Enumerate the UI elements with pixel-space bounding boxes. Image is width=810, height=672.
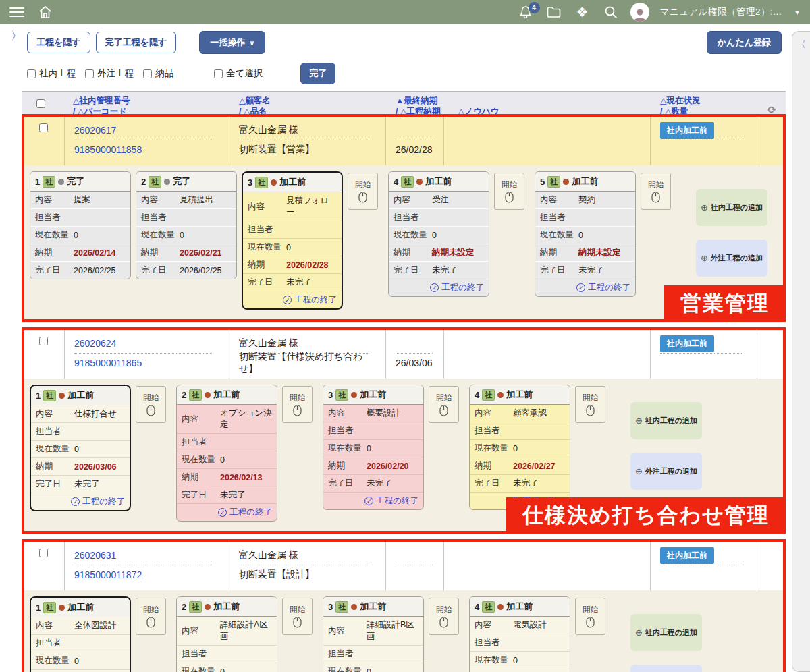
- filter-delivery[interactable]: 納品: [143, 67, 173, 80]
- content-row: 内容詳細設計A区画: [177, 617, 277, 645]
- sort-customer[interactable]: △顧客名: [239, 95, 386, 106]
- process-card[interactable]: 4 社 加工前 内容顧客承認 担当者 現在数量0 納期2026/02/27 完了…: [469, 385, 570, 510]
- status-dot-icon: [205, 604, 211, 610]
- process-card-active[interactable]: 1 社 加工前 内容全体図設計 担当者 現在数量0 納期納期未設定 完了日未完了…: [30, 596, 131, 672]
- field-label: 完了日: [475, 478, 513, 489]
- management-number-link[interactable]: 26020617: [74, 125, 116, 136]
- status-dot-icon: [497, 604, 504, 610]
- add-internal-process-button[interactable]: ⊕社内工程の追加: [630, 614, 702, 651]
- start-button[interactable]: 開始: [429, 386, 459, 423]
- done-row: 完了日2026/02/25: [30, 261, 130, 279]
- add-internal-process-button[interactable]: ⊕社内工程の追加: [630, 402, 702, 439]
- knowhow-cell: [444, 117, 651, 165]
- process-card[interactable]: 2 社 完了 内容見積提出 担当者 現在数量0 納期2026/02/21 完了日…: [136, 171, 237, 279]
- end-process-link[interactable]: 工程の終了: [230, 507, 272, 518]
- checkbox-internal-process[interactable]: [27, 69, 36, 78]
- header-checkbox[interactable]: [36, 99, 45, 108]
- due-value: 2026/02/20: [367, 461, 418, 471]
- barcode-link[interactable]: 9185000011858: [74, 144, 142, 155]
- start-button[interactable]: 開始: [575, 386, 605, 423]
- start-button[interactable]: 開始: [136, 386, 166, 423]
- due-row: 納期2026/02/21: [136, 244, 236, 261]
- process-card-active[interactable]: 3 社 加工前 内容見積フォロー 担当者 現在数量0 納期2026/02/28 …: [242, 171, 343, 310]
- filter-external-process[interactable]: 外注工程: [85, 67, 134, 80]
- knowhow-cell: [444, 542, 651, 590]
- process-number: 2: [182, 390, 186, 400]
- process-card[interactable]: 2 社 加工前 内容オプション決定 担当者 現在数量0 納期2026/02/13…: [176, 385, 277, 522]
- user-avatar[interactable]: [630, 3, 649, 22]
- end-process-link[interactable]: 工程の終了: [588, 282, 630, 293]
- process-card[interactable]: 4 社 加工前 内容受注 担当者 現在数量0 納期納期未設定 完了日未完了 ✓工…: [388, 171, 489, 297]
- mouse-icon: [651, 192, 660, 203]
- sort-final-due[interactable]: ▲最終納期: [396, 95, 651, 106]
- done-row: 完了日未完了: [535, 261, 635, 279]
- dropbox-icon[interactable]: ❖: [574, 3, 591, 21]
- field-label: 完了日: [35, 264, 74, 276]
- start-button[interactable]: 開始: [282, 598, 313, 635]
- process-type-badge: 社: [255, 177, 268, 188]
- easy-register-button[interactable]: かんたん登録: [707, 31, 782, 54]
- checkbox-delivery[interactable]: [143, 69, 152, 78]
- field-label: 担当者: [248, 224, 286, 235]
- row-checkbox[interactable]: [39, 123, 48, 132]
- start-button[interactable]: 開始: [575, 598, 605, 635]
- field-label: 現在数量: [35, 229, 74, 241]
- add-external-process-button[interactable]: ⊕外注工程の追加: [630, 665, 702, 672]
- management-number-link[interactable]: 26020631: [74, 550, 116, 561]
- end-process-link[interactable]: 工程の終了: [294, 294, 337, 306]
- start-button[interactable]: 開始: [494, 173, 524, 210]
- row-checkbox[interactable]: [39, 549, 48, 557]
- start-button[interactable]: 開始: [641, 173, 671, 210]
- hide-completed-process-button[interactable]: 完了工程を隠す: [96, 32, 177, 53]
- expand-right-chevron-icon[interactable]: 〉: [11, 28, 22, 44]
- add-external-process-button[interactable]: ⊕外注工程の追加: [696, 240, 767, 277]
- process-card[interactable]: 3 社 加工前 内容概要設計 担当者 現在数量0 納期2026/02/20 完了…: [323, 385, 424, 510]
- process-card[interactable]: 3 社 加工前 内容詳細設計B区画 担当者 現在数量0 納期納期未設定 完了日未…: [323, 596, 424, 672]
- mouse-icon: [146, 617, 155, 628]
- complete-button[interactable]: 完了: [300, 63, 335, 84]
- process-card[interactable]: 4 社 加工前 内容電気設計 担当者 現在数量0 納期納期未設定 完了日未完了 …: [469, 596, 570, 672]
- process-card[interactable]: 5 社 加工前 内容契約 担当者 現在数量0 納期納期未設定 完了日未完了 ✓工…: [535, 171, 636, 297]
- row-checkbox[interactable]: [39, 337, 48, 345]
- process-card[interactable]: 1 社 完了 内容提案 担当者 現在数量0 納期2026/02/14 完了日20…: [30, 171, 131, 279]
- notifications-bell-icon[interactable]: 4: [517, 3, 535, 21]
- management-number-link[interactable]: 26020624: [74, 338, 116, 349]
- collapse-left-chevron-icon[interactable]: 〈: [797, 38, 806, 51]
- user-menu-caret-icon[interactable]: ▼: [794, 9, 801, 16]
- process-card[interactable]: 2 社 加工前 内容詳細設計A区画 担当者 現在数量0 納期納期未設定 完了日未…: [176, 596, 277, 672]
- user-permission-label[interactable]: マニュアル権限（管理2）:...: [660, 6, 782, 18]
- hamburger-menu-icon[interactable]: [8, 3, 26, 21]
- start-button[interactable]: 開始: [136, 598, 166, 635]
- end-process-link[interactable]: 工程の終了: [82, 496, 125, 507]
- search-icon[interactable]: [602, 3, 620, 21]
- filter-select-all[interactable]: 全て選択: [214, 67, 263, 80]
- barcode-link[interactable]: 9185000011865: [74, 358, 142, 368]
- start-button[interactable]: 開始: [282, 386, 313, 423]
- add-internal-process-button[interactable]: ⊕社内工程の追加: [696, 189, 767, 226]
- content-row: 内容仕様打合せ: [31, 405, 130, 422]
- add-process-column: ⊕社内工程の追加 ⊕外注工程の追加: [630, 402, 702, 490]
- end-process-link[interactable]: 工程の終了: [441, 282, 484, 293]
- folder-icon[interactable]: [545, 3, 563, 21]
- bulk-action-button[interactable]: 一括操作∨: [199, 31, 265, 54]
- add-external-process-button[interactable]: ⊕外注工程の追加: [630, 453, 702, 490]
- start-button[interactable]: 開始: [429, 598, 459, 635]
- right-side-panel[interactable]: 〈: [792, 31, 810, 672]
- process-type-badge: 社: [43, 176, 55, 188]
- end-process-link[interactable]: 工程の終了: [376, 495, 418, 507]
- hide-process-button[interactable]: 工程を隠す: [27, 32, 90, 53]
- home-icon[interactable]: [36, 3, 54, 21]
- barcode-link[interactable]: 9185000011872: [74, 569, 142, 580]
- divider: [396, 565, 433, 565]
- field-label: 担当者: [141, 212, 180, 223]
- filter-internal-process[interactable]: 社内工程: [27, 67, 76, 80]
- process-type-badge: 社: [43, 390, 56, 401]
- checkbox-external-process[interactable]: [85, 69, 94, 78]
- person-row: 担当者: [136, 208, 236, 226]
- checkbox-select-all[interactable]: [214, 69, 223, 78]
- sort-management-number[interactable]: △社内管理番号: [73, 95, 230, 106]
- sort-status[interactable]: △現在状況: [660, 95, 757, 106]
- start-button[interactable]: 開始: [348, 173, 378, 210]
- process-card-active[interactable]: 1 社 加工前 内容仕様打合せ 担当者 現在数量0 納期2026/03/06 完…: [30, 385, 131, 511]
- done-row: 完了日2026/02/25: [136, 261, 236, 279]
